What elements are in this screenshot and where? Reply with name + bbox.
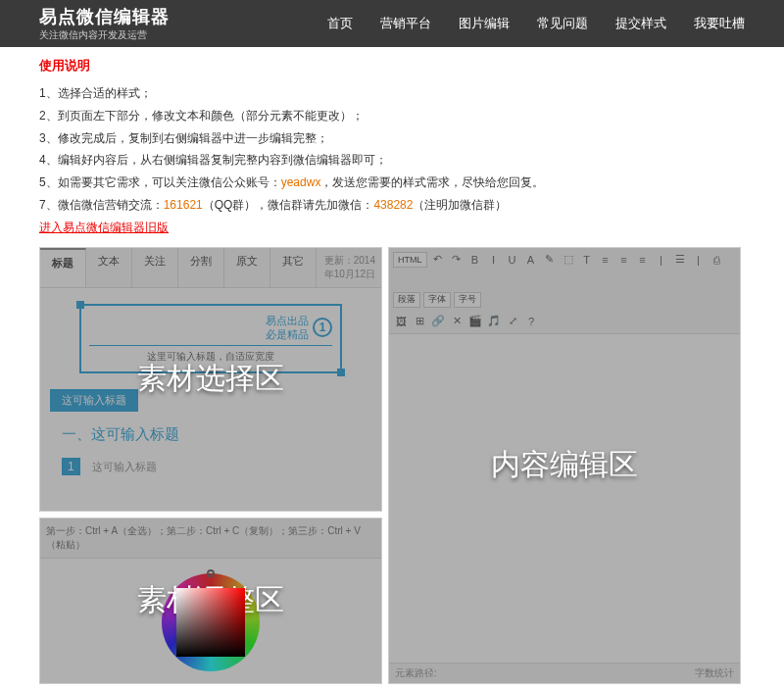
content-editor-panel: HTML ↶ ↷ B I U A ✎ ⬚ T ≡ ≡ ≡ | ☰ | ⎙ 段落 … [388,247,741,684]
tab-other[interactable]: 其它 [270,248,317,287]
clear-format-icon[interactable]: ⬚ [561,252,576,268]
material-sample-3[interactable]: 一、这可输入标题 [50,418,371,452]
highlight-icon[interactable]: ✎ [542,252,558,268]
image-icon[interactable]: 🖼 [393,314,409,329]
undo-icon[interactable]: ↶ [430,252,446,268]
copy-steps: 第一步：Ctrl + A（全选）；第二步：Ctrl + C（复制）；第三步：Ct… [40,518,381,559]
paste-icon[interactable] [393,271,409,286]
hue-indicator-icon[interactable] [207,569,215,577]
panels-grid: 标题 文本 关注 分割 原文 其它 更新：2014年10月12日 易点出品 必是… [0,247,784,684]
word-count-label[interactable]: 字数统计 [695,666,734,680]
align-center-icon[interactable]: ≡ [616,252,632,268]
editor-toolbar: HTML ↶ ↷ B I U A ✎ ⬚ T ≡ ≡ ≡ | ☰ | ⎙ 段落 … [389,248,740,334]
sample-head: 易点出品 必是精品 1 [89,314,332,342]
nav-faq[interactable]: 常见问题 [537,15,588,32]
underline-icon[interactable]: U [505,252,520,268]
material-sample-4[interactable]: 这可输入标题 [92,461,157,472]
unlink-icon[interactable]: ✕ [449,314,465,329]
sample-subtitle: 这里可输入标题，自适应宽度 [89,345,332,364]
text-icon[interactable]: T [579,252,595,268]
material-tabs: 标题 文本 关注 分割 原文 其它 更新：2014年10月12日 [40,248,381,288]
logo-subtitle: 关注微信内容开发及运营 [39,28,327,42]
usage-item-2: 2、到页面左下部分，修改文本和颜色（部分元素不能更改）； [39,105,745,127]
circle-number-icon: 1 [313,318,332,337]
html-mode-button[interactable]: HTML [393,252,427,268]
nav-submit-style[interactable]: 提交样式 [615,15,666,32]
audio-icon[interactable]: 🎵 [486,314,502,329]
tab-divider[interactable]: 分割 [178,248,224,287]
qq-group: 161621 [164,198,203,212]
font-size-select[interactable]: 字号 [454,292,481,308]
paragraph-select[interactable]: 段落 [393,292,420,308]
usage-item-1: 1、选择合适的样式； [39,82,745,105]
usage-item-5: 5、如需要其它需求，可以关注微信公众账号：yeadwx，发送您需要的样式需求，尽… [39,172,745,194]
update-date: 更新：2014年10月12日 [317,248,381,287]
italic-icon[interactable]: I [486,252,502,268]
nav-feedback[interactable]: 我要吐槽 [694,15,745,32]
usage-title: 使用说明 [39,57,745,74]
list-ul-icon[interactable]: ☰ [672,252,688,268]
tab-text[interactable]: 文本 [86,248,132,287]
fullscreen-icon[interactable]: ⤢ [505,314,520,329]
tab-original[interactable]: 原文 [224,248,270,287]
logo-area: 易点微信编辑器 关注微信内容开发及运营 [39,5,327,42]
editor-canvas[interactable] [389,334,740,684]
help-icon[interactable]: ? [523,314,539,329]
redo-icon[interactable]: ↷ [449,252,465,268]
element-path-label: 元素路径: [395,666,437,680]
copy-icon[interactable]: ⎙ [710,252,725,268]
usage-item-4: 4、编辑好内容后，从右侧编辑器复制完整内容到微信编辑器即可； [39,149,745,172]
saturation-box[interactable] [176,588,245,657]
material-sample-2[interactable]: 这可输入标题 [50,389,138,412]
logo-title: 易点微信编辑器 [39,5,327,28]
font-color-icon[interactable]: A [523,252,539,268]
material-adjust-panel: 第一步：Ctrl + A（全选）；第二步：Ctrl + C（复制）；第三步：Ct… [39,518,382,684]
nav-image-edit[interactable]: 图片编辑 [459,15,510,32]
tab-follow[interactable]: 关注 [132,248,178,287]
corner-icon [76,301,84,309]
material-select-panel: 标题 文本 关注 分割 原文 其它 更新：2014年10月12日 易点出品 必是… [39,247,382,512]
table-icon[interactable]: ⊞ [412,314,427,329]
top-header: 易点微信编辑器 关注微信内容开发及运营 首页 营销平台 图片编辑 常见问题 提交… [0,0,784,47]
align-left-icon[interactable]: ≡ [598,252,613,268]
usage-section: 使用说明 1、选择合适的样式； 2、到页面左下部分，修改文本和颜色（部分元素不能… [0,47,784,247]
usage-item-3: 3、修改完成后，复制到右侧编辑器中进一步编辑完整； [39,127,745,150]
usage-item-7: 7、微信微信营销交流：161621（QQ群），微信群请先加微信：438282（注… [39,194,745,217]
old-version-link[interactable]: 进入易点微信编辑器旧版 [39,221,169,234]
bold-icon[interactable]: B [467,252,483,268]
main-nav: 首页 营销平台 图片编辑 常见问题 提交样式 我要吐槽 [327,15,745,32]
nav-marketing[interactable]: 营销平台 [380,15,431,32]
align-right-icon[interactable]: ≡ [635,252,651,268]
material-sample-1[interactable]: 易点出品 必是精品 1 这里可输入标题，自适应宽度 [79,304,342,374]
editor-footer: 元素路径: 字数统计 [389,663,740,683]
align-justify-icon[interactable]: | [654,252,669,268]
material-body[interactable]: 易点出品 必是精品 1 这里可输入标题，自适应宽度 这可输入标题 一、这可输入标… [40,288,381,486]
usage-list: 1、选择合适的样式； 2、到页面左下部分，修改文本和颜色（部分元素不能更改）； … [39,82,745,239]
wechat-group: 438282 [373,198,413,212]
tab-title[interactable]: 标题 [40,248,86,287]
number-box-icon: 1 [62,458,80,475]
wechat-account: yeadwx [281,175,321,189]
list-ol-icon[interactable]: | [691,252,707,268]
corner-icon [337,369,345,376]
font-family-select[interactable]: 字体 [423,292,451,308]
video-icon[interactable]: 🎬 [467,314,483,329]
link-icon[interactable]: 🔗 [430,314,446,329]
color-picker[interactable] [40,559,381,684]
nav-home[interactable]: 首页 [327,15,353,32]
